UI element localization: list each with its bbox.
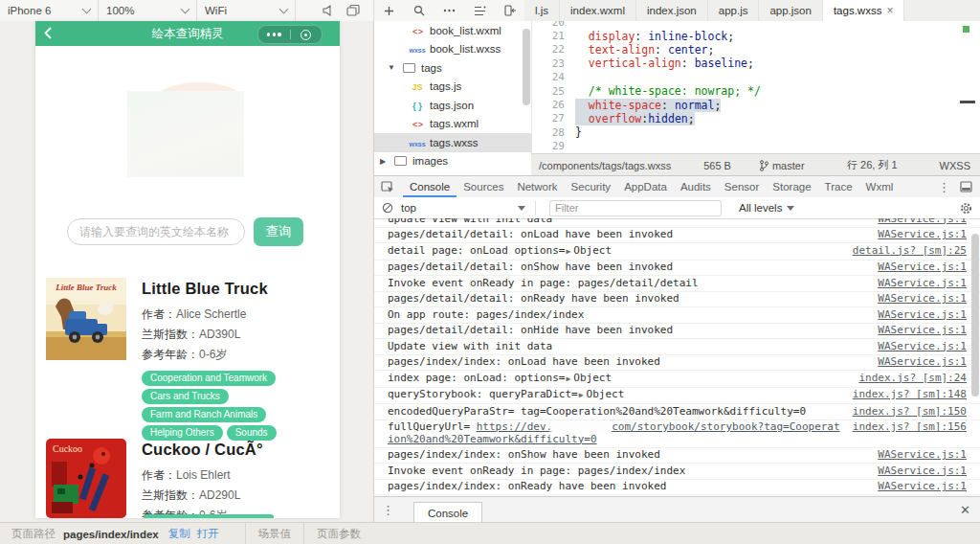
multi-window-icon[interactable]	[346, 5, 360, 16]
devtools-menu-icon[interactable]: ⋮	[938, 180, 950, 194]
open-link[interactable]: 打开	[197, 527, 219, 541]
drawer-tab-console[interactable]: Console	[413, 502, 482, 523]
more-icon[interactable]	[441, 2, 458, 19]
object-expander-icon[interactable]: ▶	[579, 391, 584, 399]
console-source-link[interactable]: WAService.js:1	[878, 218, 967, 225]
console-source-link[interactable]: WAService.js:1	[878, 481, 967, 493]
devtools-tab[interactable]: Sensor	[718, 176, 766, 197]
tab-close-icon[interactable]: ×	[886, 4, 893, 17]
devtools-tab[interactable]: Sources	[457, 176, 510, 197]
tree-item[interactable]: ▶ images	[374, 152, 531, 171]
editor-tab[interactable]: app.json	[759, 0, 822, 21]
query-button[interactable]: 查询	[254, 217, 303, 246]
book-list-item[interactable]: Little Blue Truck Little Blue Truck 作者：A…	[46, 278, 310, 441]
tree-item[interactable]: tags.wxss	[374, 133, 531, 152]
console-source-link[interactable]: index.js? [sm]:156	[853, 421, 967, 434]
console-row: WAService.js:1pages/detail/detail: onLoa…	[374, 228, 980, 244]
more-dots-icon[interactable]	[258, 26, 290, 43]
console-source-link[interactable]: WAService.js:1	[878, 229, 967, 241]
tree-item[interactable]: tags.json	[374, 96, 531, 115]
folder-arrow-icon[interactable]: ▼	[387, 63, 396, 72]
code-editor[interactable]: 20 21 display: inline-block; 22 text-ali…	[531, 21, 980, 153]
console-context-dropdown[interactable]: top	[401, 201, 536, 215]
devtools-tab[interactable]: Audits	[674, 176, 718, 197]
tree-item[interactable]: book_list.wxss	[374, 40, 531, 59]
console-log-area[interactable]: WAService.js:1update view with init data…	[374, 218, 980, 497]
console-source-link[interactable]: index.js? [sm]:24	[858, 373, 967, 385]
device-dropdown[interactable]: iPhone 6	[0, 0, 99, 21]
log-level-dropdown[interactable]: All levels	[739, 202, 794, 214]
console-source-link[interactable]: index.js? [sm]:150	[853, 406, 967, 419]
console-source-link[interactable]: WAService.js:1	[878, 465, 967, 478]
language-mode[interactable]: WXSS	[940, 160, 970, 171]
object-expander-icon[interactable]: ▶	[566, 374, 570, 383]
devtools-tab[interactable]: Trace	[818, 176, 859, 197]
devtools-tab[interactable]: Security	[565, 176, 618, 197]
zoom-dropdown[interactable]: 100%	[99, 0, 197, 21]
editor-tab[interactable]: tags.wxss×	[823, 0, 905, 21]
collapse-panel-icon[interactable]	[501, 2, 519, 19]
git-branch[interactable]: master	[760, 160, 805, 171]
tree-item[interactable]: book_list.wxml	[374, 21, 531, 40]
mute-icon[interactable]	[323, 5, 335, 16]
devtools-tab[interactable]: Console	[403, 176, 457, 197]
network-dropdown[interactable]: WiFi	[197, 0, 296, 21]
console-source-link[interactable]: WAService.js:1	[878, 325, 967, 337]
console-message: On app route: pages/index/index	[388, 308, 584, 321]
console-message: index page: onLoad: options=	[388, 372, 565, 384]
devtools-tab[interactable]: Storage	[766, 176, 817, 197]
page-params-tab[interactable]: 页面参数	[303, 523, 373, 544]
settings-gear-icon[interactable]	[960, 202, 972, 215]
capsule-target-icon[interactable]	[291, 26, 323, 43]
console-source-link[interactable]: WAService.js:1	[878, 278, 967, 290]
console-row: WAService.js:1pages/index/index: onLoad …	[374, 355, 980, 372]
editor-tab[interactable]: l.js	[524, 0, 560, 21]
console-source-link[interactable]: index.js? [sm]:148	[853, 389, 967, 401]
dock-side-icon[interactable]	[960, 181, 972, 193]
search-icon[interactable]	[411, 2, 428, 19]
object-expander-icon[interactable]: ▶	[566, 247, 570, 256]
console-source-link[interactable]: WAService.js:1	[878, 356, 967, 369]
console-row: WAService.js:1Invoke event onReady in pa…	[374, 276, 980, 292]
tree-item[interactable]: tags.js	[374, 78, 531, 97]
devtools-tab[interactable]: Wxml	[859, 176, 901, 197]
chevron-down-icon	[82, 5, 92, 14]
search-input[interactable]	[67, 218, 245, 245]
console-scrollbar[interactable]	[971, 234, 979, 397]
tree-item[interactable]: ▼ tags	[374, 58, 531, 78]
drawer-menu-icon[interactable]: ⋮	[382, 503, 394, 517]
add-file-icon[interactable]	[381, 2, 398, 19]
console-url-link[interactable]: https://dev.	[477, 420, 552, 433]
drawer-close-icon[interactable]: ✕	[960, 503, 970, 517]
editor-tab-bar: l.js index.wxml index.json app.js app.js…	[524, 0, 980, 21]
console-filter-input[interactable]	[549, 200, 722, 216]
file-name: images	[412, 155, 448, 167]
console-row: index.js? [sm]:156fullQueryUrl= ▶https:/…	[374, 420, 980, 448]
devtools-tab[interactable]: Network	[510, 176, 564, 197]
console-row: WAService.js:1pages/detail/detail: onSho…	[374, 261, 980, 277]
scene-value-tab[interactable]: 场景值	[245, 523, 304, 544]
inspect-element-icon[interactable]	[381, 181, 394, 193]
console-source-link[interactable]: WAService.js:1	[878, 309, 967, 322]
console-source-link[interactable]: WAService.js:1	[878, 261, 967, 274]
line-number: 22	[532, 43, 575, 56]
console-source-link[interactable]: WAService.js:1	[878, 449, 967, 462]
console-source-link[interactable]: detail.js? [sm]:25	[853, 245, 967, 258]
console-source-link[interactable]: WAService.js:1	[878, 293, 967, 306]
tag-pill[interactable]: Cars and Trucks	[142, 389, 229, 404]
book-list-item[interactable]: Cuckoo Cuckoo / CucÃ° 作者：Lois Ehlert 兰斯	[46, 439, 310, 518]
outline-icon[interactable]	[472, 2, 489, 19]
devtools-tab[interactable]: AppData	[617, 176, 674, 197]
editor-tab[interactable]: index.wxml	[560, 0, 636, 21]
editor-tab[interactable]: index.json	[636, 0, 708, 21]
tree-item[interactable]: tags.wxml	[374, 115, 531, 134]
clear-console-icon[interactable]	[382, 202, 393, 214]
editor-tab[interactable]: app.js	[708, 0, 760, 21]
tag-pill[interactable]: Farm and Ranch Animals	[142, 407, 266, 422]
tree-scrollbar[interactable]	[523, 29, 530, 105]
console-source-link[interactable]: WAService.js:1	[878, 341, 967, 353]
folder-arrow-icon[interactable]: ▶	[378, 157, 388, 166]
tag-pill[interactable]: Cooperation and Teamwork	[142, 371, 276, 386]
console-row: WAService.js:1On app route: pages/index/…	[374, 307, 980, 324]
copy-link[interactable]: 复制	[168, 527, 190, 541]
